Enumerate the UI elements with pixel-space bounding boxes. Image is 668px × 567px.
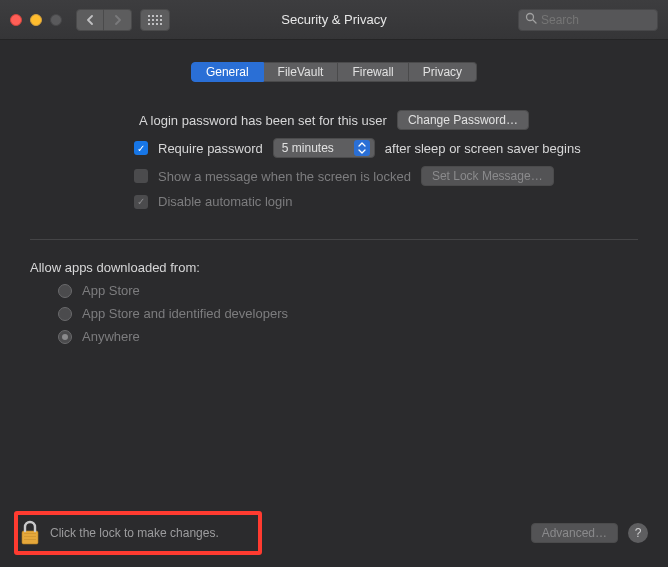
show-all-button[interactable] <box>140 9 170 31</box>
svg-rect-9 <box>152 23 154 25</box>
prefs-window: Security & Privacy General FileVault Fir… <box>0 0 668 567</box>
gatekeeper-option-appstore: App Store <box>30 283 638 298</box>
nav-buttons <box>76 9 132 31</box>
svg-rect-4 <box>148 19 150 21</box>
disable-auto-login-checkbox: ✓ <box>134 195 148 209</box>
set-lock-message-button: Set Lock Message… <box>421 166 554 186</box>
help-button[interactable]: ? <box>628 523 648 543</box>
require-password-label: Require password <box>158 141 263 156</box>
require-password-delay-select[interactable]: 5 minutes <box>273 138 375 158</box>
tab-filevault[interactable]: FileVault <box>264 62 339 82</box>
stepper-icon <box>354 140 370 156</box>
zoom-button <box>50 14 62 26</box>
footer: Click the lock to make changes. Advanced… <box>0 507 668 567</box>
svg-rect-1 <box>152 15 154 17</box>
login-password-text: A login password has been set for this u… <box>139 113 387 128</box>
svg-rect-14 <box>22 531 38 544</box>
gatekeeper-section: Allow apps downloaded from: App Store Ap… <box>30 260 638 344</box>
svg-rect-8 <box>148 23 150 25</box>
svg-point-12 <box>527 14 534 21</box>
radio-identified-label: App Store and identified developers <box>82 306 288 321</box>
tab-general[interactable]: General <box>191 62 264 82</box>
radio-identified <box>58 307 72 321</box>
minimize-button[interactable] <box>30 14 42 26</box>
close-button[interactable] <box>10 14 22 26</box>
search-field[interactable] <box>518 9 658 31</box>
change-password-button[interactable]: Change Password… <box>397 110 529 130</box>
svg-rect-15 <box>24 533 36 534</box>
radio-appstore <box>58 284 72 298</box>
lock-icon[interactable] <box>20 520 40 546</box>
divider <box>30 239 638 240</box>
svg-rect-10 <box>156 23 158 25</box>
gatekeeper-option-identified: App Store and identified developers <box>30 306 638 321</box>
search-input[interactable] <box>541 13 651 27</box>
gatekeeper-heading: Allow apps downloaded from: <box>30 260 638 275</box>
show-message-label: Show a message when the screen is locked <box>158 169 411 184</box>
lock-area[interactable]: Click the lock to make changes. <box>20 520 219 546</box>
tab-bar: General FileVault Firewall Privacy <box>30 62 638 82</box>
radio-anywhere-label: Anywhere <box>82 329 140 344</box>
disable-auto-login-row: ✓ Disable automatic login <box>30 194 638 209</box>
svg-rect-0 <box>148 15 150 17</box>
show-message-row: ✓ Show a message when the screen is lock… <box>30 166 638 186</box>
advanced-button[interactable]: Advanced… <box>531 523 618 543</box>
disable-auto-login-label: Disable automatic login <box>158 194 292 209</box>
svg-rect-5 <box>152 19 154 21</box>
svg-rect-17 <box>24 539 36 540</box>
show-message-checkbox: ✓ <box>134 169 148 183</box>
radio-anywhere <box>58 330 72 344</box>
radio-appstore-label: App Store <box>82 283 140 298</box>
svg-rect-7 <box>160 19 162 21</box>
require-password-row: ✓ Require password 5 minutes after sleep… <box>30 138 638 158</box>
require-password-delay-value: 5 minutes <box>282 141 334 155</box>
svg-rect-6 <box>156 19 158 21</box>
traffic-lights <box>10 14 62 26</box>
search-icon <box>525 12 537 27</box>
forward-button <box>104 9 132 31</box>
svg-rect-11 <box>160 23 162 25</box>
require-password-checkbox[interactable]: ✓ <box>134 141 148 155</box>
back-button[interactable] <box>76 9 104 31</box>
svg-rect-16 <box>24 536 36 537</box>
svg-line-13 <box>533 20 536 23</box>
login-section: A login password has been set for this u… <box>30 110 638 209</box>
login-password-row: A login password has been set for this u… <box>30 110 638 130</box>
tab-privacy[interactable]: Privacy <box>409 62 477 82</box>
svg-rect-3 <box>160 15 162 17</box>
gatekeeper-option-anywhere: Anywhere <box>30 329 638 344</box>
titlebar: Security & Privacy <box>0 0 668 40</box>
content-area: General FileVault Firewall Privacy A log… <box>0 40 668 567</box>
tab-firewall[interactable]: Firewall <box>338 62 408 82</box>
lock-text: Click the lock to make changes. <box>50 526 219 540</box>
svg-rect-2 <box>156 15 158 17</box>
require-password-after-label: after sleep or screen saver begins <box>385 141 581 156</box>
